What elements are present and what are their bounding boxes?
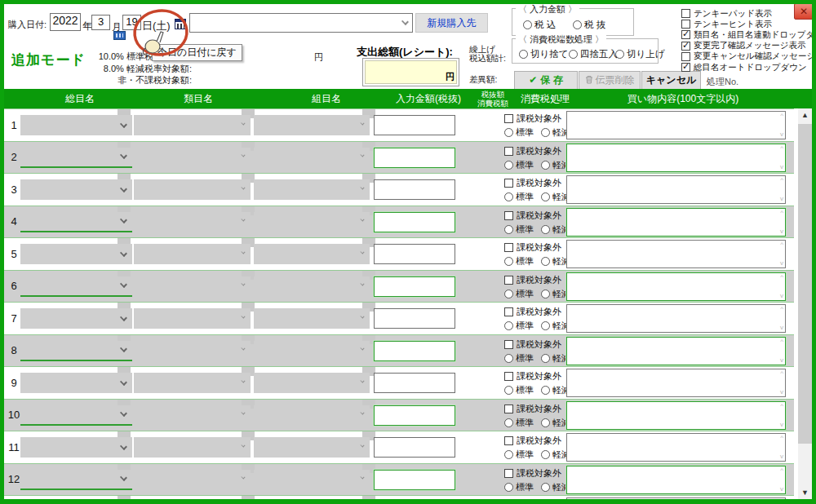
tax-exempt-checkbox[interactable]: 課税対象外 <box>504 113 561 125</box>
ruimoku-select[interactable] <box>134 212 251 232</box>
radio-standard[interactable]: 標準 <box>504 159 534 171</box>
radio-standard[interactable]: 標準 <box>504 126 534 139</box>
month-input[interactable]: 3 <box>91 15 110 30</box>
memo-scroll-down-icon[interactable]: v <box>780 164 783 170</box>
setting-checkbox[interactable]: 類目名・組目名連動ドロップダウン <box>681 29 812 40</box>
tax-exempt-checkbox[interactable]: 課税対象外 <box>504 241 561 254</box>
memo-textarea[interactable]: ^ v <box>566 369 786 397</box>
amount-input[interactable] <box>374 373 455 393</box>
memo-textarea[interactable]: ^ v <box>566 401 786 430</box>
memo-scroll-down-icon[interactable]: v <box>780 422 783 428</box>
memo-scroll-up-icon[interactable]: ^ <box>780 241 783 248</box>
save-button[interactable]: ✔保 存 <box>514 71 578 90</box>
kumimoku-select[interactable] <box>254 341 370 361</box>
amount-input[interactable] <box>374 212 455 232</box>
kumimoku-select[interactable] <box>254 115 370 135</box>
calendar-icon[interactable] <box>175 19 186 29</box>
memo-scroll-down-icon[interactable]: v <box>780 228 783 235</box>
amount-input[interactable] <box>374 148 455 168</box>
radio-round-half[interactable]: 四捨五入 <box>569 48 618 60</box>
memo-scroll-up-icon[interactable]: ^ <box>780 306 783 312</box>
tax-exempt-checkbox[interactable]: 課税対象外 <box>504 274 561 286</box>
setting-checkbox[interactable]: テンキーパッド表示 <box>681 8 812 19</box>
memo-textarea[interactable]: ^ v <box>566 497 786 499</box>
memo-textarea[interactable]: ^ v <box>566 208 786 237</box>
setting-checkbox[interactable]: 総目名オートドロップダウン <box>681 62 812 73</box>
radio-standard[interactable]: 標準 <box>504 384 534 396</box>
memo-scroll-up-icon[interactable]: ^ <box>780 467 783 474</box>
amount-input[interactable] <box>374 470 455 490</box>
kumimoku-select[interactable] <box>254 308 370 329</box>
vendor-select[interactable] <box>189 13 413 33</box>
soumoku-select[interactable] <box>20 437 132 458</box>
kumimoku-select[interactable] <box>254 437 370 458</box>
radio-standard[interactable]: 標準 <box>504 481 534 493</box>
kumimoku-select[interactable] <box>254 276 370 297</box>
memo-scroll-up-icon[interactable]: ^ <box>780 403 783 409</box>
memo-scroll-up-icon[interactable]: ^ <box>780 145 783 152</box>
ruimoku-select[interactable] <box>134 470 251 490</box>
ruimoku-select[interactable] <box>134 179 251 200</box>
setting-checkbox[interactable]: 変更キャンセル確認メッセージ表示 <box>681 51 812 62</box>
amount-input[interactable] <box>374 308 455 329</box>
radio-standard[interactable]: 標準 <box>504 288 534 300</box>
scrollbar-thumb[interactable] <box>798 124 812 444</box>
tax-exempt-checkbox[interactable]: 課税対象外 <box>504 306 561 318</box>
kumimoku-select[interactable] <box>254 373 370 393</box>
memo-textarea[interactable]: ^ v <box>566 433 786 462</box>
total-receipt-input[interactable]: 円 <box>362 58 459 86</box>
tax-exempt-checkbox[interactable]: 課税対象外 <box>504 403 561 415</box>
soumoku-select[interactable] <box>20 470 132 490</box>
memo-scroll-down-icon[interactable]: v <box>780 196 783 202</box>
year-input[interactable]: 2022 <box>50 13 81 31</box>
soumoku-select[interactable] <box>20 341 132 361</box>
close-button[interactable]: ✕ <box>794 4 812 20</box>
memo-scroll-down-icon[interactable]: v <box>780 357 783 364</box>
soumoku-select[interactable] <box>20 115 132 135</box>
memo-scroll-up-icon[interactable]: ^ <box>780 177 783 183</box>
radio-standard[interactable]: 標準 <box>504 255 534 267</box>
radio-tax-excluded[interactable]: 税 抜 <box>573 19 605 31</box>
ruimoku-select[interactable] <box>134 276 251 297</box>
soumoku-select[interactable] <box>20 276 132 297</box>
ruimoku-select[interactable] <box>134 437 251 458</box>
radio-standard[interactable]: 標準 <box>504 191 534 203</box>
soumoku-select[interactable] <box>20 179 132 200</box>
memo-textarea[interactable]: ^ v <box>566 144 786 172</box>
kumimoku-select[interactable] <box>254 179 370 200</box>
ruimoku-select[interactable] <box>134 308 251 329</box>
amount-input[interactable] <box>374 244 455 264</box>
soumoku-select[interactable] <box>20 308 132 329</box>
radio-standard[interactable]: 標準 <box>504 352 534 365</box>
scrollbar-up-arrow[interactable]: ▲ <box>798 108 812 122</box>
memo-scroll-up-icon[interactable]: ^ <box>780 370 783 377</box>
memo-textarea[interactable]: ^ v <box>566 111 786 139</box>
ruimoku-select[interactable] <box>134 373 251 393</box>
kumimoku-select[interactable] <box>254 405 370 426</box>
amount-input[interactable] <box>374 115 455 135</box>
memo-textarea[interactable]: ^ v <box>566 272 786 301</box>
memo-scroll-up-icon[interactable]: ^ <box>780 338 783 345</box>
memo-textarea[interactable]: ^ v <box>566 175 786 204</box>
ruimoku-select[interactable] <box>134 148 251 168</box>
kumimoku-select[interactable] <box>254 148 370 168</box>
amount-input[interactable] <box>374 341 455 361</box>
new-vendor-button[interactable]: 新規購入先 <box>415 13 488 33</box>
delete-voucher-button[interactable]: 伝票削除 <box>579 71 641 90</box>
memo-scroll-up-icon[interactable]: ^ <box>780 274 783 281</box>
ruimoku-select[interactable] <box>134 115 251 135</box>
memo-textarea[interactable]: ^ v <box>566 304 786 333</box>
amount-input[interactable] <box>374 276 455 297</box>
mini-calendar-icon[interactable] <box>113 31 126 40</box>
memo-scroll-down-icon[interactable]: v <box>780 325 783 331</box>
kumimoku-select[interactable] <box>254 470 370 490</box>
radio-standard[interactable]: 標準 <box>504 449 534 461</box>
memo-scroll-up-icon[interactable]: ^ <box>780 435 783 441</box>
tax-exempt-checkbox[interactable]: 課税対象外 <box>504 177 561 189</box>
memo-scroll-down-icon[interactable]: v <box>780 131 783 138</box>
soumoku-select[interactable] <box>20 212 132 232</box>
ruimoku-select[interactable] <box>134 244 251 264</box>
amount-input[interactable] <box>374 405 455 426</box>
memo-textarea[interactable]: ^ v <box>566 466 786 494</box>
setting-checkbox[interactable]: テンキーヒント表示 <box>681 19 812 29</box>
